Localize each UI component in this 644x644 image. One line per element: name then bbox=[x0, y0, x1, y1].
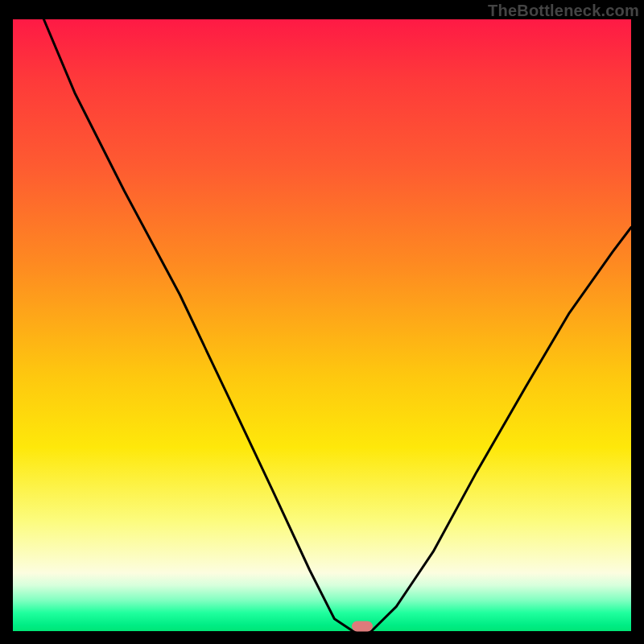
bottleneck-curve bbox=[13, 19, 631, 631]
optimum-marker bbox=[352, 621, 373, 631]
watermark-text: TheBottleneck.com bbox=[488, 2, 639, 20]
curve-path bbox=[43, 19, 631, 631]
plot-frame bbox=[13, 19, 631, 631]
chart-container: TheBottleneck.com bbox=[0, 0, 644, 644]
